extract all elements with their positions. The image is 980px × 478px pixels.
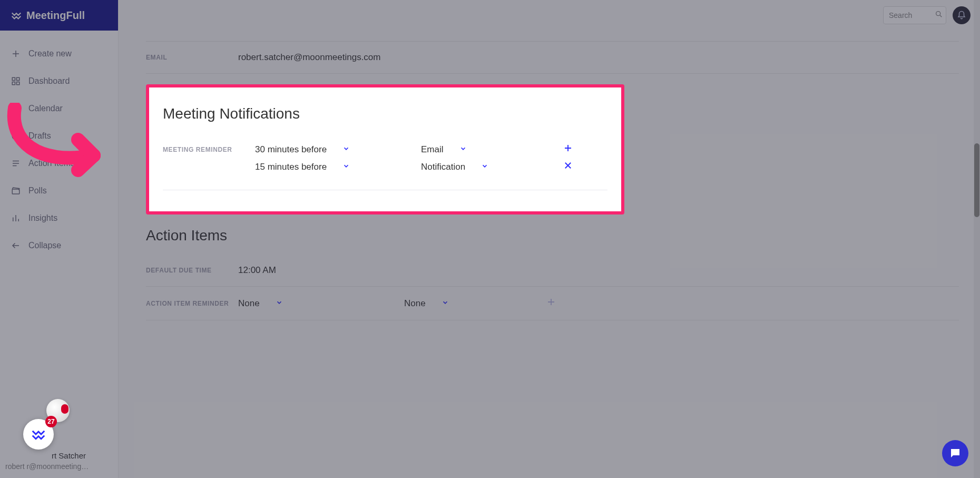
sidebar-item-action-items[interactable]: Action Items — [0, 150, 118, 177]
reminder-method-value: Notification — [421, 162, 465, 172]
chat-icon — [949, 447, 962, 460]
brand-header[interactable]: MeetingFull — [0, 0, 118, 31]
sidebar-item-label: Insights — [28, 213, 57, 223]
action-item-reminder-row: ACTION ITEM REMINDER None None — [146, 297, 959, 309]
sidebar-item-collapse[interactable]: Collapse — [0, 232, 118, 259]
sidebar-item-drafts[interactable]: Drafts — [0, 122, 118, 150]
create-new-label: Create new — [28, 49, 72, 58]
add-reminder-button[interactable] — [563, 143, 573, 155]
clock-icon — [11, 131, 21, 141]
email-label: EMAIL — [146, 54, 238, 61]
sidebar-item-label: Calendar — [28, 104, 63, 113]
action-items-title: Action Items — [146, 227, 959, 244]
sidebar-footer: rt Satcher robert r@moonmeeting… — [0, 444, 118, 478]
action-reminder-time-value: None — [238, 298, 260, 309]
svg-rect-0 — [12, 77, 15, 80]
badge-count: 27 — [45, 416, 57, 427]
reminder-method-value: Email — [421, 144, 444, 155]
reminder-time-value: 15 minutes before — [255, 162, 327, 172]
sidebar-item-label: Dashboard — [28, 76, 70, 86]
reminder-method-dropdown[interactable]: Email — [421, 144, 563, 155]
sidebar-item-label: Drafts — [28, 131, 51, 141]
sidebar-item-label: Action Items — [28, 159, 75, 168]
plus-icon — [563, 143, 573, 153]
sidebar-item-label: Collapse — [28, 241, 61, 250]
user-block[interactable]: rt Satcher robert r@moonmeeting… — [5, 451, 113, 471]
chevron-down-icon — [442, 298, 449, 309]
divider — [163, 190, 607, 190]
plus-icon — [546, 297, 556, 307]
action-item-reminder-label: ACTION ITEM REMINDER — [146, 300, 238, 307]
reminder-method-dropdown[interactable]: Notification — [421, 162, 563, 172]
svg-point-7 — [936, 12, 940, 16]
main: EMAIL robert.satcher@moonmeetings.com Me… — [119, 0, 980, 478]
svg-rect-3 — [17, 82, 19, 85]
reminder-row: MEETING REMINDER 30 minutes before Email — [163, 143, 607, 155]
notifications-button[interactable] — [953, 6, 971, 24]
svg-rect-6 — [12, 189, 19, 194]
meeting-notifications-title: Meeting Notifications — [163, 105, 607, 122]
topbar — [119, 0, 980, 31]
bell-icon — [957, 11, 966, 20]
divider — [146, 73, 959, 74]
email-value: robert.satcher@moonmeetings.com — [238, 52, 380, 63]
action-reminder-method-dropdown[interactable]: None — [404, 298, 546, 309]
add-action-reminder-button[interactable] — [546, 297, 556, 309]
floating-app-badge[interactable]: 27 — [23, 419, 54, 450]
chevron-down-icon — [342, 162, 350, 172]
divider — [146, 286, 959, 287]
brand-logo-icon — [31, 426, 46, 442]
default-due-time-value[interactable]: 12:00 AM — [238, 265, 276, 276]
user-email: robert r@moonmeeting… — [5, 462, 113, 471]
reminder-time-dropdown[interactable]: 30 minutes before — [255, 144, 421, 155]
svg-rect-1 — [17, 77, 19, 80]
grid-icon — [11, 76, 21, 86]
list-icon — [11, 158, 21, 169]
sidebar-item-insights[interactable]: Insights — [0, 204, 118, 232]
create-new-button[interactable]: Create new — [0, 40, 118, 67]
divider — [146, 320, 959, 320]
sidebar-item-calendar[interactable]: Calendar — [0, 95, 118, 122]
arrow-left-icon — [11, 240, 21, 251]
sidebar-item-label: Polls — [28, 186, 47, 196]
scrollbar[interactable] — [974, 0, 980, 478]
svg-rect-2 — [12, 82, 15, 85]
action-reminder-time-dropdown[interactable]: None — [238, 298, 404, 309]
sidebar-item-polls[interactable]: Polls — [0, 177, 118, 204]
badge-dot — [61, 404, 68, 414]
search-icon[interactable] — [935, 10, 943, 21]
action-reminder-method-value: None — [404, 298, 426, 309]
chevron-down-icon — [342, 144, 350, 155]
brand-logo-icon — [11, 9, 22, 21]
reminder-time-dropdown[interactable]: 15 minutes before — [255, 162, 421, 172]
remove-reminder-button[interactable] — [563, 161, 573, 173]
reminder-row: 15 minutes before Notification — [163, 161, 607, 173]
sidebar-item-dashboard[interactable]: Dashboard — [0, 67, 118, 95]
email-row: EMAIL robert.satcher@moonmeetings.com — [146, 52, 959, 63]
default-due-time-label: DEFAULT DUE TIME — [146, 267, 238, 274]
plus-icon — [11, 48, 21, 59]
sidebar-nav: Create new Dashboard Calendar Drafts — [0, 31, 118, 259]
meeting-reminders: MEETING REMINDER 30 minutes before Email — [163, 143, 607, 173]
chevron-down-icon — [276, 298, 283, 309]
meeting-reminder-label: MEETING REMINDER — [163, 146, 255, 153]
bars-icon — [11, 213, 21, 223]
content: EMAIL robert.satcher@moonmeetings.com Me… — [119, 31, 980, 478]
scrollbar-thumb[interactable] — [974, 143, 979, 217]
search-wrap — [883, 6, 946, 24]
calendar-icon — [11, 103, 21, 114]
brand-name: MeetingFull — [26, 9, 85, 22]
user-name: rt Satcher — [52, 451, 113, 460]
reminder-time-value: 30 minutes before — [255, 144, 327, 155]
divider — [146, 41, 959, 42]
chevron-down-icon — [459, 144, 467, 155]
meeting-notifications-card: Meeting Notifications MEETING REMINDER 3… — [146, 84, 624, 214]
close-icon — [563, 161, 573, 170]
default-due-time-row: DEFAULT DUE TIME 12:00 AM — [146, 265, 959, 276]
chevron-down-icon — [481, 162, 488, 172]
clapper-icon — [11, 186, 21, 196]
chat-button[interactable] — [942, 440, 968, 466]
svg-rect-4 — [12, 106, 19, 112]
